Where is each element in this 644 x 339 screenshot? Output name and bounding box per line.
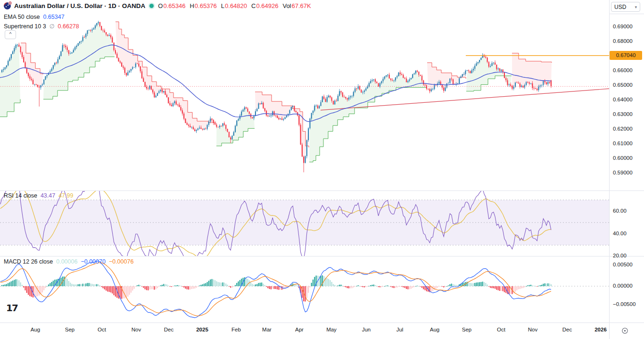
open-label: O <box>158 2 163 9</box>
month-label: Apr <box>295 327 304 332</box>
legend-supertrend[interactable]: Supertrend 10 3 ∅ 0.66278 <box>4 23 79 30</box>
currency-pair-icon <box>4 2 11 9</box>
price-tick-label: 0.62000 <box>613 126 633 132</box>
legend-rsi[interactable]: RSI 14 close 43.47 47.99 <box>4 192 73 199</box>
volume-value: 67.67K <box>292 2 311 9</box>
diameter-icon: ∅ <box>50 23 55 30</box>
price-tick-label: 0.68000 <box>613 38 633 44</box>
month-label: Jul <box>396 327 404 332</box>
panel-separator[interactable] <box>0 190 644 191</box>
price-tick-label: 0.66000 <box>613 67 633 73</box>
collapse-legend-button[interactable]: ^ <box>5 30 16 39</box>
price-tick-label: 0.64000 <box>613 97 633 102</box>
chevron-up-icon: ^ <box>9 32 12 37</box>
price-tick-label: 0.61000 <box>613 141 633 146</box>
timezone-settings-icon[interactable] <box>621 327 628 334</box>
month-label: 2026 <box>594 327 607 332</box>
month-label: Aug <box>31 327 40 332</box>
time-axis[interactable]: AugSepOctNovDec2025FebMarAprMayJunJulAug… <box>0 323 609 339</box>
legend-ema[interactable]: EMA 50 close 0.65347 <box>4 14 65 20</box>
month-label: May <box>326 327 337 332</box>
ema-label: EMA 50 close <box>4 14 40 20</box>
ohlc-values: O0.65346 H0.65376 L0.64820 C0.64926 Vol6… <box>158 2 311 9</box>
macd-label: MACD 12 26 close <box>4 258 53 265</box>
month-label: Dec <box>562 327 572 332</box>
price-tick-label: 0.59000 <box>613 170 633 175</box>
low-value: 0.64820 <box>225 2 247 9</box>
month-label: Oct <box>497 327 505 332</box>
symbol-title: Australian Dollar / U.S. Dollar · 1D · O… <box>14 2 145 9</box>
price-tick-label: 0.69000 <box>613 24 633 29</box>
chart-canvas[interactable] <box>0 0 644 339</box>
supertrend-label: Supertrend 10 3 <box>4 23 46 30</box>
month-label: Oct <box>98 327 106 332</box>
chevron-down-icon: ▾ <box>635 2 637 12</box>
month-label: Mar <box>262 327 272 332</box>
high-label: H <box>190 2 194 9</box>
rsi-tick-label: 40.00 <box>613 231 627 236</box>
chart-app: Australian Dollar / U.S. Dollar · 1D · O… <box>0 0 644 339</box>
tradingview-logo[interactable]: 17 <box>6 302 17 314</box>
high-value: 0.65376 <box>195 2 217 9</box>
close-label: C <box>251 2 256 9</box>
open-value: 0.65346 <box>163 2 185 9</box>
price-tick-label: 0.65000 <box>613 82 633 88</box>
axis-subseparator <box>609 14 644 14</box>
panel-separator[interactable] <box>0 256 644 256</box>
close-value: 0.64926 <box>256 2 278 9</box>
resistance-price-tag: 0.67040 <box>610 51 642 60</box>
month-label: Feb <box>231 327 241 332</box>
macd-line-value: −0.00070 <box>81 258 105 265</box>
rsi-tick-label: 60.00 <box>613 208 627 214</box>
month-label: Nov <box>528 327 537 332</box>
low-label: L <box>221 2 224 9</box>
currency-dropdown[interactable]: USD ▾ <box>611 2 640 12</box>
price-tick-label: 0.60000 <box>613 155 633 161</box>
rsi-ma-value: 47.99 <box>58 192 73 199</box>
rsi-value: 43.47 <box>41 192 55 199</box>
macd-hist-value: 0.00006 <box>56 258 77 265</box>
symbol-header[interactable]: Australian Dollar / U.S. Dollar · 1D · O… <box>4 2 311 9</box>
legend-macd[interactable]: MACD 12 26 close 0.00006 −0.00070 −0.000… <box>4 258 133 265</box>
macd-tick-label: 0.00500 <box>613 262 633 267</box>
ema-value: 0.65347 <box>43 14 64 20</box>
volume-label: Vol <box>282 2 291 9</box>
macd-signal-value: −0.00076 <box>109 258 133 265</box>
month-label: 2025 <box>196 327 208 332</box>
month-label: Nov <box>132 327 141 332</box>
macd-tick-label: −0.00500 <box>613 301 636 307</box>
month-label: Dec <box>164 327 173 332</box>
macd-tick-label: 0.00000 <box>613 283 633 289</box>
month-label: Sep <box>65 327 74 332</box>
price-tick-label: 0.63000 <box>613 111 633 117</box>
supertrend-value: 0.66278 <box>58 23 79 30</box>
rsi-tick-label: 20.00 <box>613 253 627 258</box>
month-label: Sep <box>462 327 471 332</box>
month-label: Jun <box>362 327 371 332</box>
rsi-label: RSI 14 close <box>4 192 37 199</box>
currency-dropdown-value: USD <box>614 2 626 12</box>
market-status-icon[interactable] <box>149 4 154 8</box>
month-label: Aug <box>430 327 439 332</box>
